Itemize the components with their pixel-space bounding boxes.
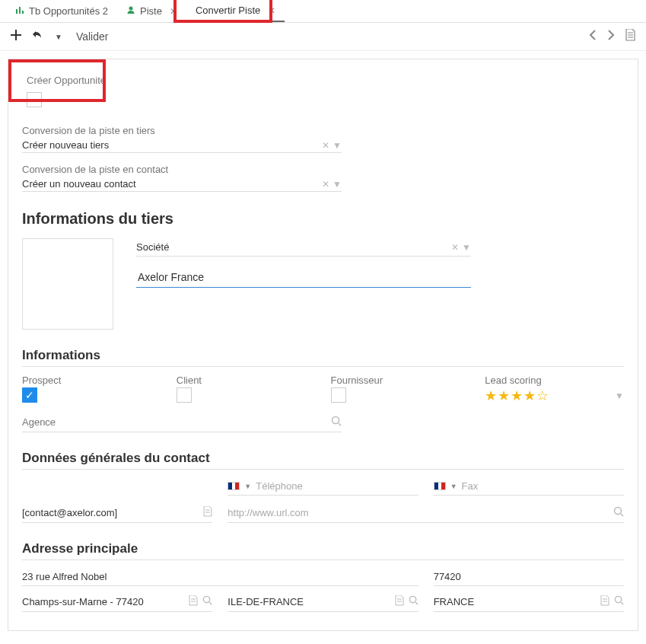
client-checkbox[interactable]	[177, 387, 192, 403]
caret-down-icon[interactable]: ▼	[244, 483, 251, 490]
clear-icon[interactable]: ✕	[322, 140, 329, 151]
tab-opportunites[interactable]: Tb Opportunités 2	[6, 0, 117, 22]
document-icon[interactable]	[189, 595, 198, 608]
section-infos-title: Informations	[22, 348, 624, 367]
prospect-label: Prospect	[22, 375, 161, 386]
tab-label: Tb Opportunités 2	[29, 5, 108, 17]
svg-point-6	[204, 596, 210, 602]
fax-field[interactable]: ▼ Fax	[434, 477, 624, 496]
svg-point-8	[615, 596, 621, 602]
addr-city-value: Champs-sur-Marne - 77420	[22, 596, 144, 607]
svg-rect-1	[19, 7, 21, 14]
addr-region-value: ILE-DE-FRANCE	[228, 596, 304, 607]
conversion-tiers-label: Conversion de la piste en tiers	[22, 125, 624, 136]
tab-label: Piste	[140, 5, 162, 17]
lead-scoring-label: Lead scoring	[485, 375, 624, 386]
addr-region-field[interactable]: ILE-DE-FRANCE	[228, 592, 418, 612]
addr-street-value: 23 rue Alfred Nobel	[22, 571, 107, 582]
select-value: Créer un nouveau contact	[22, 178, 136, 190]
addr-city-field[interactable]: Champs-sur-Marne - 77420	[22, 592, 212, 612]
create-opportunity-block: Créer Opportunité	[22, 72, 112, 117]
caret-down-icon[interactable]: ▼	[615, 391, 624, 401]
societe-label: Société	[136, 241, 169, 253]
close-icon[interactable]: ✕	[170, 6, 177, 17]
addr-country-field[interactable]: FRANCE	[434, 592, 624, 612]
tabs-bar: Tb Opportunités 2 Piste ✕ Convertir Pist…	[0, 0, 646, 23]
caret-down-icon[interactable]: ▼	[333, 179, 342, 190]
telephone-label: Téléphone	[256, 480, 418, 492]
caret-down-icon[interactable]: ▼	[333, 140, 342, 151]
fax-label: Fax	[462, 480, 624, 492]
section-contact-title: Données générales du contact	[22, 451, 624, 470]
form-content: Créer Opportunité Conversion de la piste…	[8, 59, 638, 631]
clear-icon[interactable]: ✕	[451, 242, 459, 253]
undo-icon[interactable]	[32, 30, 44, 43]
telephone-field[interactable]: ▼ Téléphone	[228, 477, 418, 496]
document-icon[interactable]	[600, 595, 609, 608]
lead-scoring-stars[interactable]: ★★★★☆	[485, 387, 549, 404]
conversion-contact-label: Conversion de la piste en contact	[22, 164, 624, 175]
conversion-contact-select[interactable]: Créer un nouveau contact ✕ ▼	[22, 177, 342, 192]
agence-field[interactable]: Agence	[22, 413, 342, 432]
addr-country-value: FRANCE	[434, 596, 474, 607]
tab-piste[interactable]: Piste ✕	[117, 0, 186, 22]
svg-point-7	[409, 596, 415, 602]
flag-fr-icon	[434, 482, 446, 490]
plus-icon[interactable]	[11, 30, 21, 43]
document-icon[interactable]	[395, 595, 404, 608]
svg-rect-2	[22, 11, 24, 14]
document-icon[interactable]	[203, 506, 212, 519]
user-icon	[126, 5, 135, 17]
societe-select[interactable]: Société ✕ ▼	[136, 238, 471, 257]
company-name-input[interactable]	[136, 270, 471, 284]
close-icon[interactable]: ✕	[268, 5, 275, 16]
search-icon[interactable]	[331, 416, 342, 429]
addr-street-field[interactable]: 23 rue Alfred Nobel	[22, 568, 418, 586]
website-placeholder: http://www.url.com	[228, 507, 609, 518]
create-opportunity-checkbox[interactable]	[27, 92, 42, 107]
agence-label: Agence	[22, 416, 56, 428]
conversion-tiers-select[interactable]: Créer nouveau tiers ✕ ▼	[22, 138, 342, 153]
document-icon[interactable]	[625, 29, 635, 44]
svg-point-4	[333, 417, 339, 424]
chevron-left-icon[interactable]	[589, 30, 597, 43]
chevron-right-icon[interactable]	[607, 30, 615, 43]
fournisseur-checkbox[interactable]	[331, 387, 346, 403]
search-icon[interactable]	[613, 506, 624, 519]
create-opportunity-label: Créer Opportunité	[27, 75, 106, 86]
company-name-input-wrap	[136, 269, 471, 288]
toolbar: ▼ Valider	[0, 23, 646, 51]
validate-button[interactable]: Valider	[73, 29, 112, 44]
select-value: Créer nouveau tiers	[22, 139, 109, 151]
client-label: Client	[177, 375, 316, 386]
chart-icon	[15, 5, 24, 17]
svg-point-5	[614, 508, 621, 515]
fournisseur-label: Fournisseur	[331, 375, 470, 386]
caret-down-icon[interactable]: ▼	[462, 242, 471, 253]
tab-label: Convertir Piste	[196, 5, 260, 16]
flag-fr-icon	[228, 482, 240, 490]
addr-zip-field[interactable]: 77420	[434, 568, 624, 586]
svg-point-3	[129, 7, 133, 11]
email-field[interactable]: [contact@axelor.com]	[22, 503, 212, 523]
search-icon[interactable]	[202, 595, 212, 608]
section-addr-title: Adresse principale	[22, 541, 624, 560]
website-field[interactable]: http://www.url.com	[228, 503, 624, 523]
section-tiers-title: Informations du tiers	[22, 210, 624, 228]
email-value: [contact@axelor.com]	[22, 507, 199, 518]
prospect-checkbox[interactable]: ✓	[22, 387, 37, 403]
caret-down-icon[interactable]: ▼	[55, 33, 62, 41]
svg-rect-0	[16, 9, 18, 14]
tab-convertir-piste[interactable]: Convertir Piste ✕	[186, 0, 285, 22]
clear-icon[interactable]: ✕	[322, 179, 329, 190]
search-icon[interactable]	[614, 595, 624, 608]
search-icon[interactable]	[409, 595, 418, 608]
image-placeholder[interactable]	[22, 238, 113, 330]
addr-zip-value: 77420	[434, 571, 461, 582]
caret-down-icon[interactable]: ▼	[450, 483, 457, 490]
